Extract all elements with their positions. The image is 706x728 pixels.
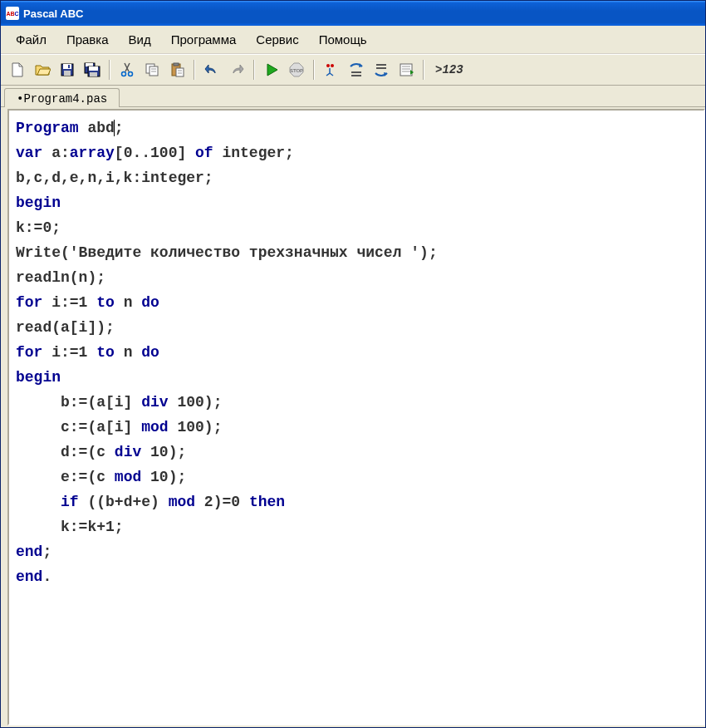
new-file-button[interactable] <box>6 58 29 81</box>
cut-button[interactable] <box>115 58 139 81</box>
code-keyword: begin <box>16 194 61 211</box>
code-keyword: end <box>16 544 42 560</box>
goto-line-button[interactable]: >123 <box>429 58 469 81</box>
code-text: 10); <box>141 469 186 485</box>
step-over-button[interactable] <box>345 58 368 81</box>
tab-bar: •Program4.pas <box>1 86 705 107</box>
code-keyword: array <box>70 145 115 161</box>
code-text: c:=(a[i] <box>16 419 141 435</box>
open-file-button[interactable] <box>31 58 54 81</box>
redo-button[interactable] <box>225 58 248 81</box>
svg-point-10 <box>129 72 133 76</box>
code-text: k:=0; <box>16 219 61 236</box>
paste-button[interactable] <box>165 58 189 81</box>
code-keyword: div <box>141 394 168 411</box>
menu-program[interactable]: Программа <box>163 31 245 48</box>
svg-rect-26 <box>376 67 386 69</box>
menu-file[interactable]: Файл <box>7 31 55 48</box>
toolbar-separator <box>313 60 315 80</box>
code-text: ; <box>115 120 124 136</box>
svg-rect-25 <box>376 64 386 66</box>
code-keyword: for <box>16 294 42 311</box>
code-text: i:=1 <box>42 344 96 361</box>
code-text: abd <box>79 120 115 136</box>
code-editor[interactable]: Program abd; var a:array[0..100] of inte… <box>7 109 705 726</box>
code-keyword: to <box>96 344 115 361</box>
code-text <box>16 494 61 510</box>
svg-text:STOP: STOP <box>290 68 303 73</box>
svg-rect-16 <box>174 63 179 66</box>
copy-button[interactable] <box>140 58 164 81</box>
toolbar-separator <box>194 60 195 80</box>
svg-rect-2 <box>64 71 71 76</box>
code-text: 100); <box>169 394 223 411</box>
svg-point-21 <box>326 64 330 67</box>
code-keyword: if <box>61 494 79 510</box>
run-button[interactable] <box>260 58 283 81</box>
menu-service[interactable]: Сервис <box>248 31 306 48</box>
svg-rect-1 <box>63 64 71 69</box>
code-keyword: div <box>115 444 141 460</box>
app-icon: ABC <box>6 7 19 20</box>
code-keyword: to <box>96 294 115 311</box>
svg-rect-17 <box>176 68 184 76</box>
svg-rect-23 <box>351 71 361 73</box>
code-keyword: end <box>16 568 42 585</box>
code-text: i:=1 <box>42 294 96 311</box>
code-text: integer; <box>213 145 294 161</box>
code-text: 100); <box>169 419 223 435</box>
code-text: n <box>115 344 141 361</box>
step-into-button[interactable] <box>320 58 343 81</box>
svg-rect-5 <box>86 63 93 66</box>
toolbar: STOP >123 <box>1 54 705 86</box>
toolbar-separator <box>253 60 255 80</box>
svg-rect-3 <box>68 65 70 68</box>
toolbar-separator <box>423 60 424 80</box>
code-text: ((b+d+e) <box>79 494 169 510</box>
menu-view[interactable]: Вид <box>120 31 159 48</box>
editor-area: Program abd; var a:array[0..100] of inte… <box>1 107 705 727</box>
toolbar-separator <box>109 60 110 80</box>
save-all-button[interactable] <box>81 58 104 81</box>
code-text: 2)=0 <box>195 494 249 510</box>
code-text: ; <box>42 544 51 560</box>
stop-button[interactable]: STOP <box>285 58 308 81</box>
code-keyword: of <box>195 145 213 161</box>
code-text: 10); <box>141 444 186 460</box>
undo-button[interactable] <box>200 58 223 81</box>
svg-point-22 <box>331 64 334 67</box>
code-text: b:=(a[i] <box>16 394 141 411</box>
window-title: Pascal ABC <box>23 7 84 20</box>
step-out-button[interactable] <box>370 58 393 81</box>
code-keyword: mod <box>169 494 195 510</box>
svg-rect-27 <box>400 64 412 76</box>
code-keyword: for <box>16 344 42 361</box>
code-keyword: var <box>16 145 42 161</box>
code-text: b,c,d,e,n,i,k:integer; <box>16 170 213 186</box>
code-text: n <box>115 294 141 311</box>
breakpoint-button[interactable] <box>395 58 418 81</box>
menu-help[interactable]: Помощь <box>311 31 375 48</box>
code-keyword: mod <box>115 469 141 485</box>
code-keyword: then <box>249 494 285 510</box>
title-bar: ABC Pascal ABC <box>1 1 705 26</box>
code-keyword: do <box>141 294 159 311</box>
app-window: ABC Pascal ABC Файл Правка Вид Программа… <box>0 0 706 728</box>
code-text: . <box>42 568 51 585</box>
svg-point-9 <box>122 72 126 76</box>
code-text: [0..100] <box>115 145 195 161</box>
svg-rect-24 <box>351 75 361 76</box>
menu-edit[interactable]: Правка <box>58 31 117 48</box>
code-text: a: <box>42 145 69 161</box>
svg-rect-8 <box>90 72 97 76</box>
code-text: e:=(c <box>16 469 115 485</box>
code-text: Write('Введите количество трехзначных чи… <box>16 244 438 261</box>
file-tab-active[interactable]: •Program4.pas <box>4 88 120 107</box>
code-text: read(a[i]); <box>16 319 115 336</box>
save-button[interactable] <box>56 58 79 81</box>
code-text: k:=k+1; <box>16 519 124 535</box>
svg-rect-7 <box>89 66 98 71</box>
code-text: readln(n); <box>16 269 105 286</box>
code-keyword: Program <box>16 120 79 136</box>
code-text: d:=(c <box>16 444 115 460</box>
